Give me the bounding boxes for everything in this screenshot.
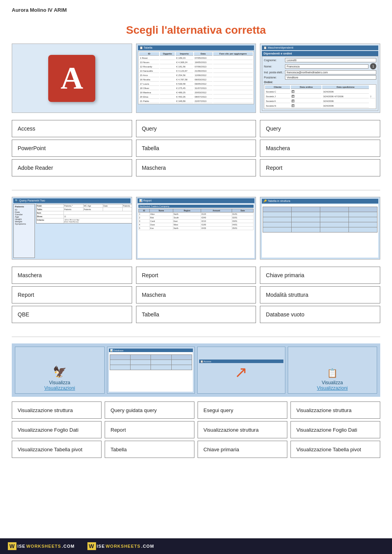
section3-choices: Visualizzazione struttura Visualizzazion… [12,401,380,458]
footer-w-icon-2: W [87,542,96,550]
choice-report-4[interactable]: Report [105,421,194,438]
section3-images: 🦅 Visualizza Visualizzazioni 📊 Database … [12,343,380,397]
choice-modalita-struttura[interactable]: Modalità struttura [260,286,380,303]
choice-viz-struttura-1[interactable]: Visualizzazione struttura [12,401,102,419]
choice-tabella-2[interactable]: Tabella [136,306,256,323]
footer-worksheets-1: WORKSHEETS [26,544,61,549]
section1-image2: 📋 Tabella IDOggettoImportoDataFare clic … [136,44,256,113]
section2-col1: Maschera Report QBE [12,267,132,323]
section3-col3: Esegui query Visualizzazione struttura C… [198,401,287,458]
form-title-bar: 📋 Maschere/dipendenti [262,45,378,50]
pk-screenshot: 🔑 Tabella in struttura [260,197,380,259]
report-screenshot: 📊 Report Northwind Traders Company ID Na… [136,197,256,259]
viz1-icon: 🦅 [53,365,67,378]
section2-images: 🔍 Query Parametri Two Patients IDDateGen… [12,197,380,260]
header: Aurora Molino IV ARIM [0,0,392,16]
choice-report-3[interactable]: Report [136,267,256,284]
section2-choices: Maschera Report QBE Report Maschera Tabe… [12,267,380,323]
section2-col2: Report Maschera Tabella [136,267,256,323]
section3-viz3: 📋 Access ↗ [197,347,285,394]
divider-1 [12,190,380,191]
viz4-icon: 📋 [327,368,338,378]
choice-chiave-primaria[interactable]: Chiave primaria [260,267,380,284]
viz4-sublabel: Visualizzazioni [317,385,348,391]
section2-image3: 🔑 Tabella in struttura [260,197,380,260]
footer: W ISE WORKSHEETS .COM W ISE WORKSHEETS .… [0,538,392,554]
choice-viz-foglio-1[interactable]: Visualizzazione Foglio Dati [12,421,102,438]
section1-col3: Query Maschera Report [260,120,380,176]
choice-maschera-2[interactable]: Maschera [260,140,380,157]
choice-maschera-1[interactable]: Maschera [136,159,256,176]
choice-maschera-3[interactable]: Maschera [12,267,132,284]
access-logo-icon: A [48,55,95,102]
header-title: Aurora Molino IV ARIM [12,7,67,13]
section3-col4: Visualizzazione struttura Visualizzazion… [290,401,380,458]
choice-chiave-primaria-2[interactable]: Chiave primaria [198,441,287,458]
section1-choices: Access PowerPoint Adobe Reader Query Tab… [12,120,380,176]
choice-powerpoint[interactable]: PowerPoint [12,140,132,157]
choice-tabella-1[interactable]: Tabella [136,140,256,157]
section-1: A 📋 Tabella IDOggettoImportoDataFare cli… [0,44,392,186]
section1-col1: Access PowerPoint Adobe Reader [12,120,132,176]
footer-worksheets-2: WORKSHEETS [105,544,140,549]
choice-database-vuoto[interactable]: Database vuoto [260,306,380,323]
section3-col2: Query guidata query Report Tabella [105,401,194,458]
pk-title-bar: 🔑 Tabella in struttura [262,199,378,203]
arrow-icon: ↗ [234,363,248,381]
viz1-label: Visualizza [49,380,70,385]
choice-viz-struttura-2[interactable]: Visualizzazione struttura [198,421,287,438]
choice-query-2[interactable]: Query [260,120,380,137]
choice-query-guidata[interactable]: Query guidata query [105,401,194,419]
choice-tabella-3[interactable]: Tabella [105,441,194,458]
form-screenshot: 📋 Maschere/dipendenti Dipendenti e ordin… [260,44,380,113]
choice-report-2[interactable]: Report [12,286,132,303]
choice-maschera-4[interactable]: Maschera [136,286,256,303]
choice-qbe[interactable]: QBE [12,306,132,323]
form-fields: Cognome:Leonetti Nome:Francesca1 Ind. po… [262,56,378,111]
section3-viz2: 📊 Database [107,347,195,394]
footer-w-icon-1: W [8,542,16,550]
section1-image1: A [12,44,132,113]
choice-viz-pivot-1[interactable]: Visualizzazione Tabella pivot [12,441,102,458]
table-screenshot: 📋 Tabella IDOggettoImportoDataFare clic … [136,44,256,113]
footer-logo-1: W ISE WORKSHEETS .COM [8,542,75,550]
footer-com-1: .COM [62,544,75,549]
page-title: Scegli l'alternativa corretta [0,16,392,44]
section2-image2: 📊 Report Northwind Traders Company ID Na… [136,197,256,260]
choice-viz-struttura-3[interactable]: Visualizzazione struttura [290,401,380,419]
section2-image1: 🔍 Query Parametri Two Patients IDDateGen… [12,197,132,260]
viz4-label: Visualizza [322,380,343,385]
footer-text-1: ISE [17,544,25,549]
choice-esegui-query[interactable]: Esegui query [198,401,287,419]
section-3: 🦅 Visualizza Visualizzazioni 📊 Database … [0,343,392,466]
divider-2 [12,336,380,337]
choice-adobe-reader[interactable]: Adobe Reader [12,159,132,176]
qbe-title-bar: 🔍 Query Parametri Two [13,198,131,203]
table-grid [263,207,377,232]
section2-col3: Chiave primaria Modalità struttura Datab… [260,267,380,323]
report-title-bar: 📊 Report [138,198,255,203]
choice-query-1[interactable]: Query [136,120,256,137]
table-title-bar: 📋 Tabella [138,45,254,50]
data-table: IDOggettoImportoDataFare clic per aggiun… [138,51,254,104]
section3-viz1: 🦅 Visualizza Visualizzazioni [15,347,105,394]
section3-col1: Visualizzazione struttura Visualizzazion… [12,401,102,458]
footer-logo-2: W ISE WORKSHEETS .COM [87,542,154,550]
section1-images: A 📋 Tabella IDOggettoImportoDataFare cli… [12,44,380,113]
viz1-sublabel: Visualizzazioni [44,385,75,391]
qbe-screenshot: 🔍 Query Parametri Two Patients IDDateGen… [12,197,132,259]
section1-image3: 📋 Maschere/dipendenti Dipendenti e ordin… [260,44,380,113]
choice-viz-pivot-2[interactable]: Visualizzazione Tabella pivot [290,441,380,458]
section3-viz4: 📋 Visualizza Visualizzazioni [288,347,377,394]
footer-text-2: ISE [97,544,105,549]
section-2: 🔍 Query Parametri Two Patients IDDateGen… [0,197,392,332]
choice-report-1[interactable]: Report [260,159,380,176]
footer-com-2: .COM [141,544,154,549]
choice-viz-foglio-2[interactable]: Visualizzazione Foglio Dati [290,421,380,438]
choice-access[interactable]: Access [12,120,132,137]
section1-col2: Query Tabella Maschera [136,120,256,176]
